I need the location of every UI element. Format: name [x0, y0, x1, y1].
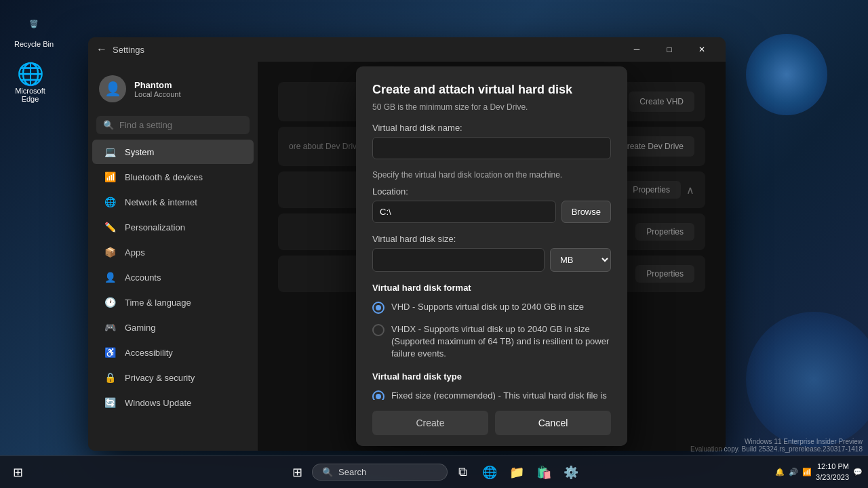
taskbar-search-icon: 🔍 — [322, 467, 333, 477]
edge-icon[interactable]: 🌐 Microsoft Edge — [8, 61, 52, 103]
close-button[interactable]: ✕ — [686, 39, 717, 60]
user-type: Local Account — [134, 90, 181, 98]
privacy-icon: 🔒 — [103, 371, 117, 384]
modal-footer: Create Cancel — [356, 400, 627, 446]
time-icon: 🕐 — [103, 296, 117, 309]
update-icon: 🔄 — [103, 396, 117, 409]
sidebar-item-update[interactable]: 🔄 Windows Update — [92, 390, 254, 415]
apps-icon: 📦 — [103, 245, 117, 259]
size-input[interactable] — [372, 248, 545, 272]
vhd-name-label: Virtual hard disk name: — [372, 123, 611, 133]
titlebar-controls: ─ □ ✕ — [621, 39, 717, 60]
speaker-icon[interactable]: 🔊 — [789, 468, 798, 476]
taskbar-settings-icon[interactable]: ⚙️ — [559, 460, 583, 485]
network-icon: 🌐 — [103, 195, 117, 209]
settings-body: 👤 Phantom Local Account 🔍 Find a setting… — [88, 62, 726, 451]
avatar: 👤 — [99, 75, 126, 102]
type-fixed-radio[interactable] — [372, 390, 384, 400]
format-vhdx-radio[interactable] — [372, 324, 384, 336]
type-title: Virtual hard disk type — [372, 371, 611, 382]
notification-center-icon[interactable]: 💬 — [853, 468, 863, 476]
taskbar-edge-icon[interactable]: 🌐 — [477, 460, 502, 485]
size-group: Virtual hard disk size: MB GB TB — [372, 234, 611, 272]
sidebar-item-time[interactable]: 🕐 Time & language — [92, 290, 254, 314]
format-vhd-radio[interactable] — [372, 302, 384, 314]
desktop: 🗑️ Recycle Bin 🌐 Microsoft Edge ← Settin… — [0, 0, 868, 488]
task-view-icon[interactable]: ⧉ — [450, 460, 475, 485]
sidebar-item-accounts[interactable]: 👤 Accounts — [92, 265, 254, 289]
modal-subtitle: 50 GB is the minimum size for a Dev Driv… — [372, 102, 611, 112]
settings-title: Settings — [113, 45, 144, 55]
search-icon: 🔍 — [103, 120, 114, 130]
modal-title: Create and attach virtual hard disk — [372, 83, 611, 97]
sidebar-item-apps[interactable]: 📦 Apps — [92, 240, 254, 264]
modal-header: Create and attach virtual hard disk 50 G… — [356, 66, 627, 123]
recycle-bin-icon[interactable]: 🗑️ Recycle Bin — [10, 10, 58, 48]
network-status-icon[interactable]: 📶 — [802, 468, 812, 476]
location-instruction: Specify the virtual hard disk location o… — [372, 170, 611, 180]
format-vhdx-label: VHDX - Supports virtual disk up to 2040 … — [391, 323, 611, 361]
accounts-icon: 👤 — [103, 270, 117, 284]
sidebar-item-bluetooth[interactable]: 📶 Bluetooth & devices — [92, 165, 254, 189]
settings-titlebar: ← Settings ─ □ ✕ — [88, 37, 726, 62]
sidebar-item-privacy[interactable]: 🔒 Privacy & security — [92, 365, 254, 390]
taskbar: ⊞ ⊞ 🔍 Search ⧉ 🌐 📁 🛍️ ⚙️ 🔔 🔊 📶 12:10 PM … — [0, 455, 868, 488]
start-button[interactable]: ⊞ — [5, 460, 30, 485]
settings-search[interactable]: 🔍 Find a setting — [96, 116, 250, 134]
settings-window: ← Settings ─ □ ✕ 👤 Phantom Local Account — [88, 37, 726, 451]
main-content: Create VHD ore about Dev Drives. Create … — [258, 62, 726, 451]
accessibility-icon: ♿ — [103, 346, 117, 359]
size-unit-select[interactable]: MB GB TB — [550, 248, 611, 272]
location-label: Location: — [372, 186, 611, 197]
user-profile[interactable]: 👤 Phantom Local Account — [88, 68, 258, 113]
cancel-button[interactable]: Cancel — [495, 411, 611, 435]
size-label: Virtual hard disk size: — [372, 234, 611, 244]
create-vhd-dialog: Create and attach virtual hard disk 50 G… — [356, 66, 627, 446]
sidebar: 👤 Phantom Local Account 🔍 Find a setting… — [88, 62, 258, 451]
taskbar-left: ⊞ — [5, 460, 30, 485]
sidebar-item-accessibility[interactable]: ♿ Accessibility — [92, 340, 254, 365]
format-title: Virtual hard disk format — [372, 283, 611, 293]
sidebar-item-system[interactable]: 💻 System — [92, 140, 254, 164]
browse-button[interactable]: Browse — [561, 201, 611, 223]
type-fixed-label: Fixed size (recommended) - This virtual … — [391, 390, 611, 400]
taskbar-center: ⊞ 🔍 Search ⧉ 🌐 📁 🛍️ ⚙️ — [285, 460, 583, 485]
bluetooth-icon: 📶 — [103, 170, 117, 184]
clock-display[interactable]: 12:10 PM 3/23/2023 — [816, 462, 849, 483]
minimize-button[interactable]: ─ — [621, 39, 652, 60]
format-section: Virtual hard disk format VHD - Supports … — [372, 283, 611, 361]
gaming-icon: 🎮 — [103, 321, 117, 334]
location-group: Location: Browse — [372, 186, 611, 223]
user-name: Phantom — [134, 80, 181, 90]
maximize-button[interactable]: □ — [654, 39, 685, 60]
modal-overlay: Create and attach virtual hard disk 50 G… — [258, 62, 726, 451]
vhd-name-group: Virtual hard disk name: — [372, 123, 611, 159]
back-icon[interactable]: ← — [96, 43, 107, 56]
personalization-icon: ✏️ — [103, 220, 117, 234]
notification-icon[interactable]: 🔔 — [775, 468, 785, 476]
taskbar-right: 🔔 🔊 📶 12:10 PM 3/23/2023 💬 — [775, 462, 863, 483]
location-input[interactable] — [372, 201, 556, 223]
taskbar-search[interactable]: 🔍 Search — [312, 464, 448, 481]
sidebar-item-network[interactable]: 🌐 Network & internet — [92, 190, 254, 214]
taskbar-store-icon[interactable]: 🛍️ — [532, 460, 556, 485]
sidebar-item-gaming[interactable]: 🎮 Gaming — [92, 315, 254, 340]
format-vhd-option[interactable]: VHD - Supports virtual disk up to 2040 G… — [372, 301, 611, 314]
sidebar-item-personalization[interactable]: ✏️ Personalization — [92, 215, 254, 239]
vhd-name-input[interactable] — [372, 137, 611, 159]
taskbar-file-icon[interactable]: 📁 — [505, 460, 529, 485]
format-vhd-label: VHD - Supports virtual disk up to 2040 G… — [391, 301, 584, 313]
system-icon: 💻 — [103, 145, 117, 159]
type-fixed-option[interactable]: Fixed size (recommended) - This virtual … — [372, 390, 611, 400]
start-icon[interactable]: ⊞ — [285, 460, 309, 485]
decoration-circle-2 — [746, 312, 868, 447]
modal-body: Virtual hard disk name: Specify the virt… — [356, 123, 627, 400]
decoration-circle-1 — [746, 34, 827, 115]
type-section: Virtual hard disk type Fixed size (recom… — [372, 371, 611, 400]
create-button[interactable]: Create — [372, 411, 488, 435]
format-vhdx-option[interactable]: VHDX - Supports virtual disk up to 2040 … — [372, 323, 611, 361]
